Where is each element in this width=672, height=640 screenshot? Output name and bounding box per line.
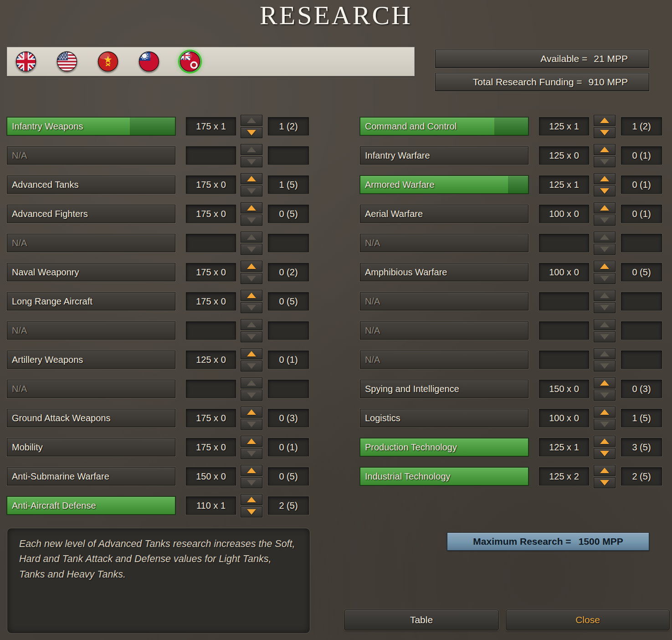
research-level-display: 0 (1) bbox=[268, 438, 309, 456]
table-button[interactable]: Table bbox=[344, 609, 499, 630]
chit-down-button[interactable] bbox=[241, 448, 262, 459]
chit-down-button bbox=[594, 244, 616, 255]
research-category-artillery-weapons[interactable]: Artillery Weapons bbox=[7, 351, 175, 369]
chit-up-button bbox=[594, 232, 616, 243]
chit-up-button[interactable] bbox=[241, 407, 262, 418]
chit-down-button[interactable] bbox=[594, 215, 616, 226]
research-row: N/A bbox=[7, 234, 312, 252]
research-category-infantry-warfare[interactable]: Infantry Warfare bbox=[360, 146, 528, 165]
research-category-logistics[interactable]: Logistics bbox=[360, 409, 528, 427]
up-arrow-icon bbox=[247, 439, 256, 444]
chit-down-button[interactable] bbox=[241, 506, 262, 517]
up-arrow-icon bbox=[247, 205, 256, 211]
chit-up-button[interactable] bbox=[241, 494, 262, 505]
chit-down-button[interactable] bbox=[241, 477, 262, 488]
research-category-advanced-fighters[interactable]: Advanced Fighters bbox=[7, 205, 175, 223]
research-slot-empty: N/A bbox=[7, 321, 175, 340]
flag-uk-icon[interactable] bbox=[15, 51, 36, 72]
research-category-spying-and-intelligence[interactable]: Spying and Intelligence bbox=[360, 380, 528, 398]
research-column-right: Command and Control125 x 11 (2)Infantry … bbox=[360, 117, 665, 496]
chit-up-button[interactable] bbox=[241, 202, 262, 213]
down-arrow-icon bbox=[600, 130, 609, 135]
chit-down-button[interactable] bbox=[594, 273, 616, 284]
research-category-command-and-control[interactable]: Command and Control bbox=[360, 117, 528, 135]
chit-up-button[interactable] bbox=[594, 115, 616, 126]
research-category-ground-attack-weapons[interactable]: Ground Attack Weapons bbox=[7, 409, 175, 427]
research-category-industrial-technology[interactable]: Industrial Technology bbox=[360, 467, 528, 485]
chit-spinner bbox=[594, 407, 616, 430]
chit-down-button[interactable] bbox=[594, 186, 616, 196]
research-cost-display: 125 x 0 bbox=[539, 146, 589, 165]
chit-up-button[interactable] bbox=[241, 465, 262, 476]
down-arrow-icon bbox=[600, 188, 609, 194]
research-category-anti-submarine-warfare[interactable]: Anti-Submarine Warfare bbox=[7, 467, 175, 485]
available-mpp-display: Available = 21 MPP bbox=[435, 50, 649, 68]
chit-down-button[interactable] bbox=[594, 448, 616, 459]
chit-down-button[interactable] bbox=[594, 477, 616, 488]
research-cost-display: 125 x 0 bbox=[186, 351, 236, 369]
chit-down-button[interactable] bbox=[241, 186, 262, 196]
chit-down-button[interactable] bbox=[594, 156, 616, 167]
research-category-long-range-aircraft[interactable]: Long Range Aircraft bbox=[7, 292, 175, 310]
chit-down-button[interactable] bbox=[594, 127, 616, 138]
chit-up-button[interactable] bbox=[594, 202, 616, 213]
chit-up-button[interactable] bbox=[241, 290, 262, 301]
research-cost-display: 125 x 1 bbox=[539, 175, 589, 194]
flag-selected-nation-icon[interactable] bbox=[180, 51, 200, 72]
chit-down-button[interactable] bbox=[241, 273, 262, 284]
research-row: Ground Attack Weapons175 x 00 (3) bbox=[7, 409, 312, 427]
research-category-anti-aircraft-defense[interactable]: Anti-Aircraft Defense bbox=[7, 496, 175, 515]
chit-down-button bbox=[594, 331, 616, 342]
chit-up-button[interactable] bbox=[594, 144, 616, 155]
chit-up-button[interactable] bbox=[594, 261, 616, 272]
up-arrow-icon bbox=[600, 468, 609, 473]
up-arrow-icon bbox=[247, 176, 256, 181]
chit-up-button[interactable] bbox=[594, 465, 616, 476]
chit-spinner bbox=[241, 290, 262, 313]
chit-up-button[interactable] bbox=[594, 173, 616, 184]
chit-down-button[interactable] bbox=[241, 127, 262, 138]
chit-down-button[interactable] bbox=[241, 215, 262, 226]
chit-down-button[interactable] bbox=[594, 390, 616, 401]
research-slot-empty: N/A bbox=[360, 321, 528, 340]
up-arrow-icon bbox=[600, 234, 609, 240]
flag-ussr-icon[interactable] bbox=[97, 51, 118, 72]
chit-down-button[interactable] bbox=[241, 302, 262, 313]
close-button[interactable]: Close bbox=[506, 609, 670, 630]
chit-down-button[interactable] bbox=[594, 419, 616, 430]
chit-up-button bbox=[594, 319, 616, 330]
research-cost-display: 150 x 0 bbox=[186, 467, 236, 485]
flag-usa-icon[interactable] bbox=[56, 51, 77, 72]
chit-spinner bbox=[241, 494, 262, 517]
down-arrow-icon bbox=[247, 276, 256, 281]
chit-down-button[interactable] bbox=[241, 361, 262, 372]
chit-up-button[interactable] bbox=[241, 436, 262, 447]
research-category-infantry-weapons[interactable]: Infantry Weapons bbox=[7, 117, 175, 135]
chit-up-button[interactable] bbox=[241, 348, 262, 359]
chit-down-button bbox=[594, 302, 616, 313]
flag-china-icon[interactable] bbox=[139, 51, 159, 72]
research-category-advanced-tanks[interactable]: Advanced Tanks bbox=[7, 175, 175, 194]
chit-down-button[interactable] bbox=[241, 419, 262, 430]
chit-up-button[interactable] bbox=[241, 115, 262, 126]
down-arrow-icon bbox=[600, 247, 609, 252]
chit-up-button[interactable] bbox=[594, 377, 616, 388]
research-level-display: 0 (3) bbox=[621, 380, 662, 398]
research-category-naval-weaponry[interactable]: Naval Weaponry bbox=[7, 263, 175, 281]
research-category-aerial-warfare[interactable]: Aerial Warfare bbox=[360, 205, 528, 223]
research-row: Advanced Tanks175 x 01 (5) bbox=[7, 175, 312, 194]
chit-up-button[interactable] bbox=[241, 173, 262, 184]
chit-up-button[interactable] bbox=[594, 436, 616, 447]
chit-spinner bbox=[241, 407, 262, 430]
research-category-mobility[interactable]: Mobility bbox=[7, 438, 175, 456]
research-category-production-technology[interactable]: Production Technology bbox=[360, 438, 528, 456]
up-arrow-icon bbox=[247, 322, 256, 327]
research-category-amphibious-warfare[interactable]: Amphibious Warfare bbox=[360, 263, 528, 281]
chit-up-button[interactable] bbox=[594, 407, 616, 418]
up-arrow-icon bbox=[600, 439, 609, 444]
research-category-armored-warfare[interactable]: Armored Warfare bbox=[360, 175, 528, 194]
chit-up-button[interactable] bbox=[241, 261, 262, 272]
research-level-display: 1 (2) bbox=[268, 117, 309, 135]
down-arrow-icon bbox=[600, 422, 609, 427]
total-research-funding-display: Total Research Funding = 910 MPP bbox=[435, 73, 649, 91]
